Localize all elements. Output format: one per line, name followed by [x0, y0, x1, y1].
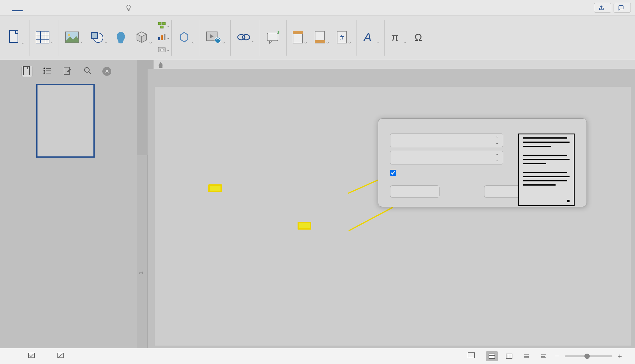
thumbnails-view-button[interactable]	[21, 66, 33, 77]
position-select[interactable]: ⌃⌄	[390, 134, 503, 147]
chevron-down-icon: ⌵	[252, 38, 254, 43]
svg-rect-14	[160, 26, 163, 28]
comments-button[interactable]	[614, 3, 631, 13]
chevron-down-icon: ⌵	[326, 40, 329, 44]
tab-mailings[interactable]	[65, 5, 76, 11]
ribbon-media[interactable]: ⌵	[202, 30, 229, 46]
callout-alignment	[298, 222, 311, 230]
tab-home[interactable]	[1, 5, 12, 11]
share-button[interactable]	[594, 3, 611, 13]
zoom-knob[interactable]	[584, 354, 590, 359]
chevron-down-icon: ⌵	[304, 40, 307, 44]
ribbon-footer[interactable]: ⌵	[310, 30, 332, 46]
symbol-icon: Ω	[413, 31, 426, 44]
ribbon-links[interactable]: ⌵	[232, 31, 258, 44]
chevron-down-icon: ⌵	[51, 40, 53, 44]
close-pane-button[interactable]: ✕	[102, 67, 111, 76]
accessibility-icon[interactable]	[57, 352, 65, 361]
outline-view-button[interactable]	[42, 66, 53, 77]
tab-layout[interactable]	[44, 5, 55, 11]
chevron-down-icon: ⌵	[404, 39, 406, 44]
ribbon-pictures[interactable]: ⌵	[61, 31, 86, 45]
svg-text:+: +	[277, 30, 280, 35]
zoom-in-button[interactable]: +	[618, 352, 622, 360]
page-icon	[8, 29, 21, 45]
pagenumber-icon: #	[336, 30, 348, 44]
tab-review[interactable]	[76, 5, 87, 11]
ribbon-equation[interactable]: π⌵	[387, 31, 410, 45]
tab-design[interactable]	[33, 5, 44, 11]
screenshot-button[interactable]: ⌵	[157, 44, 170, 55]
svg-rect-35	[24, 67, 29, 75]
page-numbers-dialog: ⌃⌄ ⌃⌄	[378, 118, 587, 207]
tab-acrobat[interactable]	[108, 5, 119, 11]
smartart-button[interactable]: ⌵	[157, 21, 170, 31]
tab-insert[interactable]	[12, 4, 23, 11]
tab-draw[interactable]	[23, 5, 33, 11]
updown-icon: ⌃⌄	[495, 153, 499, 162]
header-icon	[292, 30, 304, 44]
spellcheck-icon[interactable]	[28, 352, 36, 361]
svg-rect-12	[158, 22, 161, 25]
svg-line-44	[89, 72, 91, 74]
outline-layout-view[interactable]	[520, 351, 532, 361]
edit-icon	[63, 67, 72, 76]
svg-rect-52	[506, 354, 512, 359]
horizontal-ruler[interactable]	[137, 60, 635, 69]
draft-layout-view[interactable]	[538, 351, 550, 361]
format-button[interactable]	[390, 185, 440, 198]
footer-icon	[314, 30, 326, 44]
picture-icon	[64, 31, 80, 44]
close-icon: ✕	[105, 68, 109, 75]
chart-button[interactable]: ⌵	[157, 32, 170, 43]
svg-point-19	[160, 48, 163, 51]
focus-icon[interactable]	[467, 352, 475, 360]
checkbox-input[interactable]	[390, 170, 396, 176]
zoom-slider[interactable]	[565, 355, 612, 357]
page-number-preview	[518, 134, 575, 206]
work-area: ✕ 1 2 ⌃⌄	[0, 60, 635, 348]
find-button[interactable]	[82, 66, 93, 77]
svg-rect-49	[468, 353, 475, 358]
chevron-down-icon: ⌵	[149, 40, 152, 44]
tell-me[interactable]	[125, 4, 135, 11]
web-layout-view[interactable]	[503, 351, 515, 361]
callout-position	[208, 184, 222, 192]
status-bar: − +	[0, 348, 635, 364]
tab-references[interactable]	[55, 5, 65, 11]
svg-rect-1	[36, 31, 49, 43]
tab-developer[interactable]	[98, 5, 108, 11]
ribbon-table[interactable]: ⌵	[31, 30, 57, 46]
search-icon	[84, 67, 92, 76]
zoom-out-button[interactable]: −	[555, 352, 559, 361]
svg-point-43	[85, 68, 89, 72]
ribbon-pages[interactable]: ⌵	[4, 29, 27, 46]
page-thumbnail[interactable]	[36, 84, 95, 158]
ribbon-3dmodels[interactable]: ⌵	[131, 30, 155, 46]
ribbon-shapes[interactable]: ⌵	[86, 31, 111, 45]
chevron-down-icon: ⌵	[167, 47, 169, 52]
ribbon-pagenumber[interactable]: #⌵	[332, 30, 354, 46]
svg-rect-13	[162, 22, 165, 25]
alignment-select[interactable]: ⌃⌄	[390, 151, 503, 164]
addins-icon	[177, 30, 191, 44]
share-icon	[598, 5, 604, 11]
chevron-down-icon: ⌵	[348, 40, 351, 44]
indent-marker-icon[interactable]	[158, 61, 164, 68]
ribbon-icons[interactable]	[111, 31, 131, 45]
svg-rect-46	[29, 353, 35, 358]
ribbon-symbol[interactable]: Ω	[410, 31, 430, 45]
updown-icon: ⌃⌄	[495, 136, 499, 145]
ribbon-addins[interactable]: ⌵	[173, 30, 198, 46]
ribbon-tabbar	[0, 0, 635, 15]
reviewing-pane-button[interactable]	[62, 66, 73, 77]
tab-view[interactable]	[87, 5, 98, 11]
ribbon-text[interactable]: A⌵	[358, 30, 383, 46]
ribbon-comment[interactable]: +	[262, 30, 284, 46]
chevron-down-icon: ⌵	[377, 40, 379, 44]
print-layout-view[interactable]	[486, 351, 498, 361]
svg-text:π: π	[391, 32, 398, 43]
document-icon	[23, 66, 31, 77]
vertical-ruler[interactable]: 1 2	[137, 69, 148, 348]
ribbon-header[interactable]: ⌵	[288, 30, 310, 46]
